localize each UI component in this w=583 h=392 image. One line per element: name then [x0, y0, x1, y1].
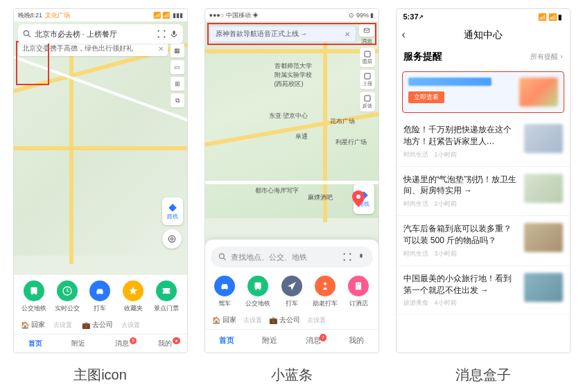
- quick-action-label: 收藏夹: [124, 304, 143, 313]
- view-now-button[interactable]: 立即查看: [408, 91, 444, 103]
- item-title: 快递里的“气泡垫”别扔！放卫生间、厨房特实用 →: [403, 174, 519, 197]
- go-work[interactable]: 💼 去公司: [82, 320, 113, 330]
- message-entry[interactable]: 消息: [358, 24, 375, 45]
- svg-point-10: [101, 293, 103, 294]
- search-bar[interactable]: 查找地点、公交、地铁: [211, 247, 373, 267]
- side-tool-反馈[interactable]: 反馈: [360, 92, 375, 112]
- svg-rect-12: [365, 51, 370, 57]
- caption-3: 消息盒子: [455, 366, 511, 384]
- tool-layers[interactable]: ▦: [171, 44, 184, 57]
- tab-附近[interactable]: 附近: [57, 339, 101, 348]
- notification-item[interactable]: 中国最美的小众旅行地！看到第一个就忍不住出发 →旅游美食 4小时前: [397, 266, 570, 316]
- status-right: ⊙ 99% ▮: [349, 12, 374, 19]
- screenshot-main-icon: 晚晚8:21 文化广场 📶 📶 ▮▮▮ 北京市必去榜 · 上榜餐厅 北京交委携手…: [13, 8, 188, 353]
- close-icon[interactable]: ✕: [158, 45, 164, 53]
- status-bar: ●●●○ 中国移动 ◈ ⊙ 99% ▮: [205, 9, 378, 21]
- featured-title-blurred: [408, 78, 491, 86]
- set-work[interactable]: 去设置: [121, 321, 140, 330]
- quick-actions: 公交地铁实时公交打车收藏夹景点门票: [14, 275, 187, 316]
- quick-action-打车[interactable]: 打车: [84, 280, 117, 313]
- quick-action-打车[interactable]: 打车: [275, 276, 308, 308]
- notification-item[interactable]: 危险！千万别把快递放在这个地方！赶紧告诉家里人…时尚生活 1小时前: [397, 117, 570, 167]
- go-work[interactable]: 💼 去公司: [269, 315, 300, 325]
- set-home[interactable]: 去设置: [53, 321, 72, 330]
- tool-3[interactable]: ⊞: [171, 77, 184, 91]
- quick-action-公交地铁[interactable]: 公交地铁: [18, 280, 51, 313]
- map-poi[interactable]: 阜通: [295, 132, 308, 141]
- quick-action-景点门票[interactable]: 景点门票: [150, 280, 183, 313]
- item-meta: 时尚生活 2小时前: [403, 199, 519, 208]
- voice-icon[interactable]: [356, 252, 366, 262]
- quick-action-label: 助老打车: [313, 299, 338, 308]
- locate-button[interactable]: [162, 229, 182, 249]
- map-poi[interactable]: 东亚·望京中心: [269, 112, 308, 121]
- back-button[interactable]: ‹: [402, 28, 406, 41]
- caption-2: 小蓝条: [271, 366, 313, 384]
- map-poi[interactable]: 花布广场: [330, 117, 355, 126]
- notification-item[interactable]: 汽车后备箱到底可以装多重？可以装 500 斤的物品吗？时尚生活 3小时前: [397, 216, 570, 266]
- quick-action-助老打车[interactable]: 助老打车: [308, 276, 342, 308]
- quick-action-实时公交[interactable]: 实时公交: [51, 280, 84, 313]
- status-right: 📶 📶 ▮▮▮: [153, 12, 183, 19]
- tab-首页[interactable]: 首页: [14, 339, 58, 348]
- car-icon: [89, 280, 110, 301]
- map-poi[interactable]: 利星行广场: [336, 138, 367, 147]
- highlight-main-icon: [16, 41, 49, 85]
- badge: 9: [130, 337, 137, 344]
- go-home[interactable]: 🏠 回家: [212, 315, 236, 325]
- map-canvas[interactable]: 首都师范大学附属实验学校(西苑校区)阜通花布广场利星行广场东亚·望京中心都市心海…: [205, 21, 378, 218]
- svg-point-3: [171, 238, 173, 240]
- bus-icon: [24, 280, 44, 301]
- tab-我的[interactable]: 我的●: [143, 339, 187, 348]
- featured-card[interactable]: 立即查看: [402, 71, 564, 113]
- status-location: 文化广场: [45, 11, 70, 20]
- all-tips-link[interactable]: 所有提醒 ›: [530, 52, 562, 62]
- svg-rect-18: [360, 253, 363, 258]
- set-work[interactable]: 去设置: [307, 316, 326, 325]
- quick-action-驾车[interactable]: 驾车: [208, 276, 241, 308]
- svg-point-16: [219, 253, 224, 258]
- svg-point-19: [222, 288, 223, 289]
- svg-point-4: [168, 235, 175, 242]
- side-tool-上报[interactable]: 上报: [360, 70, 375, 89]
- tab-我的[interactable]: 我的: [335, 335, 378, 346]
- tab-首页[interactable]: 首页: [205, 335, 249, 346]
- bottom-sheet: 公交地铁实时公交打车收藏夹景点门票 🏠 回家 去设置 💼 去公司 去设置 首页附…: [14, 275, 187, 353]
- quick-action-label: 公交地铁: [21, 304, 46, 313]
- tool-2[interactable]: ▭: [171, 60, 184, 74]
- svg-rect-25: [356, 283, 361, 290]
- scan-icon[interactable]: [157, 29, 166, 39]
- svg-point-7: [35, 294, 37, 295]
- svg-line-1: [28, 35, 30, 37]
- tool-4[interactable]: ⧉: [171, 93, 184, 107]
- svg-rect-21: [254, 283, 261, 289]
- tab-附近[interactable]: 附近: [248, 335, 292, 346]
- notification-item[interactable]: 快递里的“气泡垫”别扔！放卫生间、厨房特实用 →时尚生活 2小时前: [397, 167, 570, 217]
- route-button[interactable]: 路线: [162, 197, 183, 225]
- svg-rect-27: [359, 284, 360, 285]
- search-bar[interactable]: 北京市必去榜 · 上榜餐厅: [18, 24, 183, 44]
- home-work-row: 🏠 回家 去设置 💼 去公司 去设置: [205, 311, 378, 329]
- set-home[interactable]: 去设置: [243, 316, 262, 325]
- tab-消息[interactable]: 消息7: [292, 335, 336, 346]
- map-poi[interactable]: 麻煙酒吧: [308, 193, 333, 202]
- tab-消息[interactable]: 消息9: [101, 339, 144, 348]
- scan-icon[interactable]: [342, 252, 352, 262]
- item-thumb: [524, 174, 563, 203]
- item-thumb: [524, 223, 563, 252]
- quick-action-label: 公交地铁: [245, 299, 270, 308]
- svg-point-6: [32, 294, 33, 295]
- voice-icon[interactable]: [169, 29, 179, 39]
- quick-action-公交地铁[interactable]: 公交地铁: [241, 276, 275, 308]
- car-icon: [214, 276, 235, 296]
- go-home[interactable]: 🏠 回家: [21, 320, 45, 330]
- quick-action-收藏夹[interactable]: 收藏夹: [116, 280, 150, 313]
- item-title: 危险！千万别把快递放在这个地方！赶紧告诉家里人…: [403, 124, 519, 148]
- star-icon: [123, 280, 143, 301]
- quick-action-订酒店[interactable]: 订酒店: [342, 276, 375, 308]
- screenshot-blue-bar: ●●●○ 中国移动 ◈ ⊙ 99% ▮ 首都师范大学附属实验学校(西苑校区)阜通…: [205, 8, 379, 353]
- side-tool-图层[interactable]: 图层: [360, 48, 375, 67]
- map-poi[interactable]: 首都师范大学附属实验学校(西苑校区): [275, 62, 312, 89]
- item-meta: 旅游美食 4小时前: [403, 299, 519, 308]
- map-poi[interactable]: 都市心海岸写字: [255, 186, 299, 195]
